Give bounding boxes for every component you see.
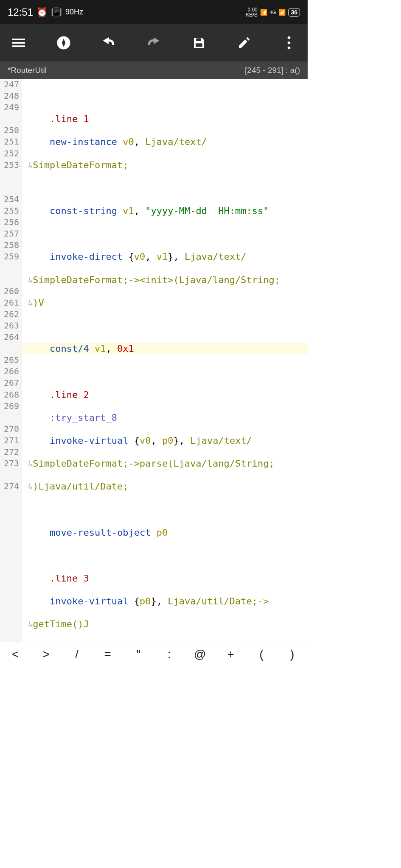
symbol-key[interactable]: +	[216, 642, 247, 666]
undo-icon	[100, 36, 117, 49]
line-number: 263	[0, 320, 22, 331]
pencil-icon	[237, 36, 251, 50]
line-number: 274	[0, 481, 22, 492]
line-number	[0, 469, 22, 481]
explore-button[interactable]	[53, 32, 75, 54]
edit-button[interactable]	[233, 32, 255, 54]
line-number: 257	[0, 228, 22, 239]
line-number	[0, 182, 22, 194]
line-number: 267	[0, 377, 22, 389]
line-number: 270	[0, 423, 22, 435]
symbol-key[interactable]: "	[123, 642, 154, 666]
symbol-key[interactable]: <	[0, 642, 31, 666]
network-type: 4G	[270, 10, 276, 15]
refresh-rate: 90Hz	[65, 8, 83, 17]
svg-rect-0	[12, 39, 25, 40]
symbol-keybar: <>/=":@+()	[0, 642, 308, 666]
line-number: 264	[0, 331, 22, 343]
svg-rect-5	[196, 43, 202, 47]
net-speed: 0.00 KB/S	[246, 7, 257, 17]
save-icon	[192, 36, 206, 50]
code-area[interactable]: .line 1 new-instance v0, Ljava/text/ ↳Si…	[22, 79, 308, 642]
line-number: 262	[0, 309, 22, 320]
alarm-icon: ⏰	[36, 7, 48, 17]
undo-button[interactable]	[98, 32, 120, 54]
filebar: *RouterUtil [245 - 291] : a()	[0, 61, 308, 79]
line-number: 254	[0, 194, 22, 205]
symbol-key[interactable]: :	[154, 642, 185, 666]
line-number: 253	[0, 159, 22, 171]
compass-icon	[56, 36, 71, 50]
line-number: 252	[0, 148, 22, 159]
line-number: 255	[0, 205, 22, 217]
hamburger-icon	[12, 36, 25, 49]
svg-rect-1	[12, 42, 25, 44]
line-number	[0, 263, 22, 274]
line-number: 260	[0, 286, 22, 297]
line-number: 259	[0, 251, 22, 262]
battery-level: 36	[288, 8, 300, 17]
line-number: 273	[0, 458, 22, 469]
save-button[interactable]	[188, 32, 210, 54]
line-number: 251	[0, 136, 22, 147]
clock: 12:51	[8, 6, 33, 18]
line-number	[0, 274, 22, 286]
line-gutter: 2472482492502512522532542552562572582592…	[0, 79, 22, 642]
line-number: 249	[0, 102, 22, 113]
line-number	[0, 412, 22, 423]
line-number: 250	[0, 125, 22, 136]
file-name: *RouterUtil	[8, 66, 47, 75]
line-number	[0, 171, 22, 182]
toolbar	[0, 24, 308, 61]
symbol-key[interactable]: =	[93, 642, 123, 666]
file-range: [245 - 291] : a()	[245, 66, 300, 75]
line-number: 269	[0, 401, 22, 412]
redo-button[interactable]	[143, 32, 165, 54]
line-number: 258	[0, 239, 22, 251]
line-number	[0, 343, 22, 354]
symbol-key[interactable]: (	[246, 642, 277, 666]
line-number: 272	[0, 446, 22, 458]
menu-button[interactable]	[8, 32, 30, 54]
svg-point-7	[288, 36, 291, 39]
symbol-key[interactable]: @	[185, 642, 216, 666]
statusbar: 12:51 ⏰ 📳 90Hz 0.00 KB/S 📶 4G 📶 36	[0, 0, 308, 24]
wifi-icon: 📶	[260, 9, 267, 16]
symbol-key[interactable]: /	[62, 642, 93, 666]
line-number: 261	[0, 297, 22, 309]
line-number: 256	[0, 217, 22, 228]
vibrate-icon: 📳	[51, 7, 62, 17]
line-number: 247	[0, 79, 22, 90]
svg-point-9	[288, 47, 291, 50]
signal-icon: 📶	[278, 9, 286, 16]
symbol-key[interactable]: )	[277, 642, 308, 666]
svg-rect-6	[196, 38, 201, 41]
line-number: 271	[0, 435, 22, 446]
line-number: 268	[0, 389, 22, 401]
line-number: 248	[0, 90, 22, 102]
svg-point-8	[288, 42, 291, 45]
line-number: 265	[0, 354, 22, 366]
symbol-key[interactable]: >	[31, 642, 62, 666]
more-vert-icon	[287, 36, 291, 50]
line-number: 266	[0, 366, 22, 377]
more-button[interactable]	[278, 32, 300, 54]
line-number	[0, 113, 22, 125]
redo-icon	[145, 36, 162, 49]
svg-rect-2	[12, 45, 25, 47]
editor[interactable]: 2472482492502512522532542552562572582592…	[0, 79, 308, 642]
